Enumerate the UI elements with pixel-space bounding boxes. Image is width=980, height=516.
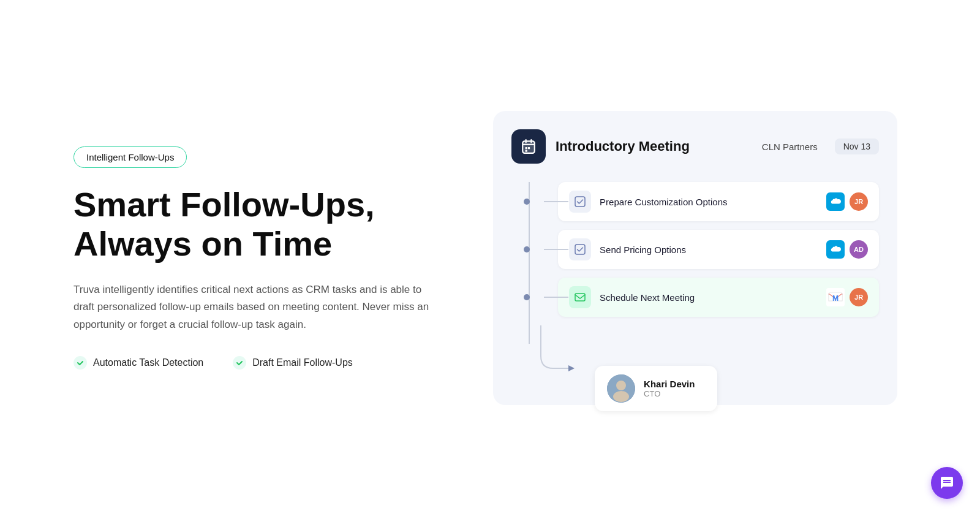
salesforce-icon-1 (826, 240, 845, 259)
contact-card: Khari Devin CTO (595, 366, 717, 411)
task-card-0: Prepare Customization Options JR (558, 182, 879, 221)
badge: Intelligent Follow-Ups (74, 146, 187, 168)
task-row-0: Prepare Customization Options JR (524, 182, 879, 221)
svg-rect-9 (575, 245, 585, 254)
meeting-company: CLN Partners (762, 142, 818, 152)
timeline-bottom: Khari Devin CTO (524, 325, 879, 381)
features-list: Automatic Task Detection Draft Email Fol… (74, 356, 484, 370)
task-row-1: Send Pricing Options AD (524, 230, 879, 269)
timeline-connector-2 (544, 297, 568, 298)
task-label-1: Send Pricing Options (600, 245, 818, 255)
task-integrations-1: AD (826, 240, 868, 259)
task-integrations-0: JR (826, 192, 868, 211)
contact-name: Khari Devin (644, 379, 695, 389)
feature-label-1: Draft Email Follow-Ups (252, 357, 353, 368)
meeting-title: Introductory Meeting (556, 138, 752, 154)
chat-button[interactable] (931, 467, 963, 499)
svg-point-17 (613, 391, 629, 402)
timeline: Prepare Customization Options JR (511, 182, 879, 381)
svg-rect-10 (575, 294, 585, 301)
headline: Smart Follow-Ups, Always on Time (74, 185, 484, 264)
contact-title: CTO (644, 389, 695, 398)
headline-line2: Always on Time (74, 224, 332, 263)
left-panel: Intelligent Follow-Ups Smart Follow-Ups,… (74, 146, 484, 370)
feature-item-1: Draft Email Follow-Ups (233, 356, 353, 370)
svg-rect-0 (522, 141, 535, 153)
avatar-ad-1: AD (850, 240, 868, 259)
timeline-dot-2 (524, 294, 530, 300)
check-icon-0 (74, 356, 87, 370)
contact-avatar (607, 374, 635, 403)
task-card-1: Send Pricing Options AD (558, 230, 879, 269)
task-icon-2 (569, 286, 591, 308)
description: Truva intelligently identifies critical … (74, 281, 441, 335)
salesforce-icon-0 (826, 192, 845, 211)
task-label-2: Schedule Next Meeting (600, 292, 818, 303)
calendar-icon (511, 129, 546, 164)
svg-marker-14 (568, 365, 575, 371)
meeting-date: Nov 13 (835, 138, 879, 154)
gmail-icon-2: M (826, 288, 845, 306)
timeline-connector-1 (544, 249, 568, 250)
avatar-jr-2: JR (850, 288, 868, 306)
task-integrations-2: M JR (826, 288, 868, 306)
task-card-2: Schedule Next Meeting M (558, 278, 879, 317)
task-icon-0 (569, 191, 591, 213)
contact-info: Khari Devin CTO (644, 379, 695, 398)
curved-arrow (535, 325, 596, 381)
check-icon-1 (233, 356, 246, 370)
task-label-0: Prepare Customization Options (600, 197, 818, 207)
svg-rect-8 (575, 197, 585, 207)
svg-rect-6 (528, 147, 530, 149)
headline-line1: Smart Follow-Ups, (74, 185, 375, 224)
svg-rect-7 (526, 150, 527, 151)
svg-rect-5 (526, 147, 527, 149)
svg-point-16 (616, 381, 626, 390)
svg-text:M: M (832, 294, 839, 303)
badge-label: Intelligent Follow-Ups (86, 152, 174, 162)
meeting-card: Introductory Meeting CLN Partners Nov 13 (493, 111, 897, 405)
timeline-dot-0 (524, 199, 530, 205)
avatar-jr-0: JR (850, 192, 868, 211)
feature-label-0: Automatic Task Detection (93, 357, 203, 368)
timeline-connector-0 (544, 201, 568, 202)
task-icon-1 (569, 238, 591, 260)
meeting-header: Introductory Meeting CLN Partners Nov 13 (511, 129, 879, 164)
timeline-dot-1 (524, 246, 530, 252)
feature-item-0: Automatic Task Detection (74, 356, 203, 370)
right-panel: Introductory Meeting CLN Partners Nov 13 (484, 111, 907, 405)
task-row-2: Schedule Next Meeting M (524, 278, 879, 317)
